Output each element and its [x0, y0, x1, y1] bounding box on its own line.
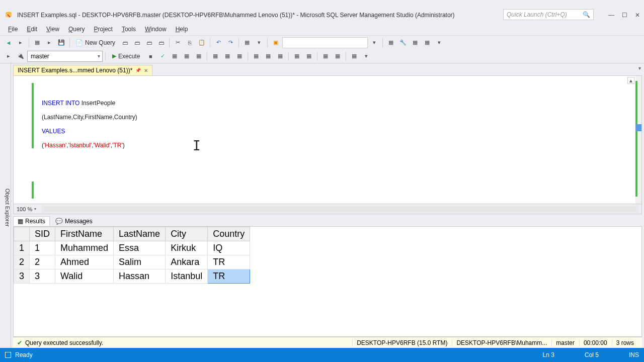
more-icon[interactable]: ▾ [434, 37, 445, 48]
comment-icon[interactable]: ▦ [251, 51, 262, 62]
status-col: Col 5 [585, 351, 599, 358]
db2-icon[interactable]: 🗃 [131, 37, 142, 48]
outdent2-icon[interactable]: ▦ [332, 51, 343, 62]
messages-tab[interactable]: 💬 Messages [51, 216, 97, 226]
status-message: Query executed successfully. [25, 339, 103, 346]
window-title: INSERT Examples.sql - DESKTOP-HPV6RFB.ma… [17, 12, 455, 19]
search-icon: 🔍 [583, 11, 590, 18]
new-icon[interactable]: ▦ [32, 37, 43, 48]
results-grid-icon[interactable]: ▦ [210, 51, 221, 62]
horizontal-scrollbar[interactable] [41, 206, 638, 213]
wrench-icon[interactable]: 🔧 [397, 37, 409, 48]
row-count: 3 rows [612, 339, 638, 346]
save-icon[interactable]: 💾 [56, 37, 67, 48]
registered-icon[interactable]: ▦ [385, 37, 396, 48]
row-header-blank[interactable] [14, 227, 30, 241]
results-grid[interactable]: SID FirstName LastName City Country 1 1 … [13, 226, 642, 337]
status-ready: Ready [15, 351, 33, 358]
more2-icon[interactable]: ▾ [361, 51, 372, 62]
table-row[interactable]: 1 1 Muhammed Essa Kirkuk IQ [14, 241, 250, 255]
specify-icon[interactable]: ▦ [349, 51, 360, 62]
tab-title: INSERT Examples.s...mmed Lenovo (51))* [18, 67, 132, 74]
menu-window[interactable]: Window [141, 25, 171, 34]
results-text-icon[interactable]: ▦ [222, 51, 233, 62]
editor-gutter [14, 76, 36, 204]
redo-icon[interactable]: ↷ [225, 37, 236, 48]
indent-icon[interactable]: ▦ [291, 51, 302, 62]
indent2-icon[interactable]: ▦ [320, 51, 331, 62]
play-icon: ▶ [112, 53, 116, 59]
menu-project[interactable]: Project [90, 25, 117, 34]
db4-icon[interactable]: 🗃 [155, 37, 167, 48]
outdent-icon[interactable]: ▦ [303, 51, 314, 62]
results-tab[interactable]: ▦ Results [13, 216, 50, 226]
object-explorer-tab[interactable]: Object Explorer [0, 63, 11, 348]
dd2-icon[interactable]: ▾ [369, 37, 380, 48]
close-button[interactable]: ✕ [634, 12, 641, 19]
props-icon[interactable]: ▦ [242, 37, 253, 48]
selected-cell: TR [208, 269, 250, 284]
menu-help[interactable]: Help [172, 25, 192, 34]
menu-view[interactable]: View [42, 25, 63, 34]
toolbar-search-input[interactable] [282, 37, 368, 48]
db-icon[interactable]: 🗃 [119, 37, 130, 48]
dropdown-icon[interactable]: ▾ [254, 37, 265, 48]
status-ins: INS [629, 351, 639, 358]
zoom-combo[interactable]: 100 % [17, 206, 36, 212]
back-icon[interactable]: ◄ [3, 37, 14, 48]
maximize-button[interactable]: ☐ [621, 12, 628, 19]
forward-icon[interactable]: ▸ [15, 37, 26, 48]
plan-icon[interactable]: ▦ [181, 51, 192, 62]
sql-code: INSERT INTO InsertPeople (LastName,City,… [42, 96, 137, 152]
xevent-icon[interactable]: ▣ [270, 37, 281, 48]
use-db-icon[interactable]: ▸ [3, 51, 14, 62]
uncomment-icon[interactable]: ▦ [263, 51, 274, 62]
menu-edit[interactable]: Edit [23, 25, 41, 34]
elapsed-time: 00:00:00 [579, 339, 611, 346]
col-city[interactable]: City [166, 227, 208, 241]
activity-icon[interactable]: ▦ [410, 37, 421, 48]
collapse-icon[interactable]: ▲ [627, 77, 634, 84]
text-cursor-icon: I [193, 138, 201, 153]
copy-icon[interactable]: ⎘ [184, 37, 195, 48]
tab-close-icon[interactable]: ✕ [144, 68, 148, 73]
new-query-icon: 📄 [75, 39, 83, 46]
db3-icon[interactable]: 🗃 [143, 37, 154, 48]
minimize-button[interactable]: — [608, 12, 615, 19]
profiler-icon[interactable]: ▦ [422, 37, 433, 48]
open-icon[interactable]: ▸ [44, 37, 55, 48]
parse-icon[interactable]: ✓ [157, 51, 168, 62]
uncomment2-icon[interactable]: ▦ [275, 51, 286, 62]
estimate-icon[interactable]: ▦ [169, 51, 180, 62]
col-lastname[interactable]: LastName [114, 227, 166, 241]
tab-dropdown-icon[interactable]: ▾ [638, 65, 641, 71]
status-icon [5, 352, 11, 358]
table-row[interactable]: 3 3 Walid Hassan Istanbul TR [14, 269, 250, 284]
menu-tools[interactable]: Tools [118, 25, 140, 34]
options-icon[interactable]: ▦ [193, 51, 204, 62]
app-icon [4, 11, 13, 20]
results-file-icon[interactable]: ▦ [234, 51, 245, 62]
sql-editor-toolbar: ▸ 🔌 master ▶ Execute ■ ✓ ▦ ▦ ▦ ▦ ▦ ▦ ▦ ▦… [0, 49, 644, 63]
new-query-button[interactable]: 📄 New Query [72, 38, 118, 47]
pin-icon[interactable]: 📌 [135, 68, 141, 73]
col-firstname[interactable]: FirstName [55, 227, 114, 241]
col-country[interactable]: Country [208, 227, 250, 241]
menu-query[interactable]: Query [64, 25, 89, 34]
sql-editor[interactable]: ▲ INSERT INTO InsertPeople (LastName,Cit… [13, 75, 642, 204]
database-combo[interactable]: master [27, 51, 103, 62]
paste-icon[interactable]: 📋 [196, 37, 207, 48]
undo-icon[interactable]: ↶ [213, 37, 224, 48]
cut-icon[interactable]: ✂ [172, 37, 183, 48]
stop-icon[interactable]: ■ [145, 51, 156, 62]
table-row[interactable]: 2 2 Ahmed Salim Ankara TR [14, 255, 250, 269]
menu-file[interactable]: File [4, 25, 22, 34]
standard-toolbar: ◄ ▸ ▦ ▸ 💾 📄 New Query 🗃 🗃 🗃 🗃 ✂ ⎘ 📋 ↶ ↷ … [0, 35, 644, 49]
document-tab[interactable]: INSERT Examples.s...mmed Lenovo (51))* 📌… [13, 65, 152, 75]
success-icon: ✔ [17, 339, 22, 346]
connect-icon[interactable]: 🔌 [15, 51, 26, 62]
overview-ruler[interactable] [635, 76, 641, 204]
execute-button[interactable]: ▶ Execute [108, 52, 144, 61]
quick-launch-input[interactable]: Quick Launch (Ctrl+Q) 🔍 [503, 9, 594, 20]
col-sid[interactable]: SID [30, 227, 55, 241]
